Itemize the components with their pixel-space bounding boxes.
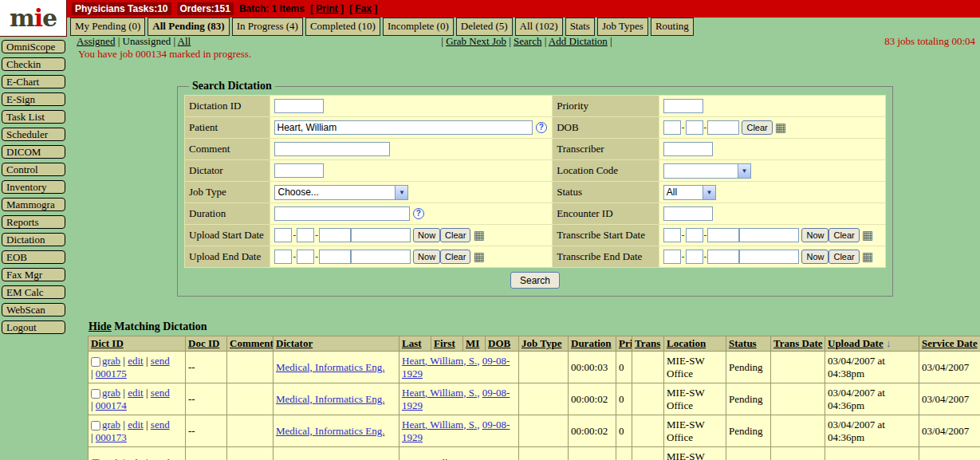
- duration-input[interactable]: [274, 206, 410, 221]
- dict-id-link[interactable]: 000174: [96, 399, 127, 411]
- tab-my-pending[interactable]: My Pending (0): [70, 18, 145, 36]
- sort-icon[interactable]: ↓: [886, 337, 891, 349]
- dictator-link[interactable]: Medical, Informatics Eng.: [276, 393, 384, 405]
- transcribe-end-time-input[interactable]: [739, 250, 799, 264]
- tab-routing[interactable]: Routing: [651, 18, 694, 36]
- col-status[interactable]: Status: [729, 337, 757, 349]
- grab-next-job-link[interactable]: Grab Next Job: [446, 35, 506, 47]
- col-upload-date[interactable]: Upload Date: [828, 337, 884, 349]
- tab-completed[interactable]: Completed (10): [305, 18, 380, 36]
- sidebar-item-fax-mgr[interactable]: Fax Mgr: [2, 268, 65, 281]
- upload-end-time-input[interactable]: [351, 250, 411, 264]
- upload-start-now-button[interactable]: Now: [413, 228, 440, 242]
- sidebar-item-dicom[interactable]: DICOM: [2, 145, 65, 159]
- sidebar-item-eob[interactable]: EOB: [2, 250, 65, 264]
- sidebar-item-e-chart[interactable]: E-Chart: [2, 75, 65, 88]
- job-type-select[interactable]: Choose...▼: [274, 185, 408, 200]
- edit-link[interactable]: edit: [128, 355, 144, 367]
- tab-stats[interactable]: Stats: [565, 18, 595, 36]
- dictator-input[interactable]: [274, 163, 324, 178]
- dictation-id-input[interactable]: [274, 99, 324, 113]
- calendar-icon[interactable]: ▦: [862, 251, 873, 262]
- upload-start-clear-button[interactable]: Clear: [440, 228, 470, 242]
- grab-link[interactable]: grab: [102, 387, 120, 399]
- dictator-link[interactable]: Medical, Informatics Eng.: [276, 361, 384, 373]
- tab-incomplete[interactable]: Incomplete (0): [383, 18, 454, 36]
- dict-id-link[interactable]: 000173: [96, 431, 127, 443]
- upload-end-day-input[interactable]: [297, 250, 314, 264]
- upload-start-time-input[interactable]: [351, 228, 411, 242]
- unassigned-current[interactable]: Unassigned: [123, 35, 171, 47]
- send-link[interactable]: send: [151, 457, 170, 460]
- sidebar-item-omniscope[interactable]: OmniScope: [2, 40, 65, 53]
- calendar-icon[interactable]: ▦: [474, 230, 485, 241]
- hide-link[interactable]: Hide: [89, 320, 112, 332]
- tab-all[interactable]: All (102): [515, 18, 563, 36]
- edit-link[interactable]: edit: [128, 457, 144, 460]
- send-link[interactable]: send: [151, 387, 170, 399]
- sidebar-item-checkin[interactable]: Checkin: [2, 57, 65, 71]
- sidebar-item-webscan[interactable]: WebScan: [2, 303, 65, 316]
- col-location[interactable]: Location: [667, 337, 706, 349]
- search-link[interactable]: Search: [514, 35, 541, 47]
- grab-link[interactable]: grab: [102, 419, 120, 431]
- status-select[interactable]: All▼: [663, 185, 716, 200]
- help-icon[interactable]: ?: [536, 122, 547, 133]
- tab-all-pending[interactable]: All Pending (83): [148, 18, 229, 36]
- dob-clear-button[interactable]: Clear: [742, 120, 772, 135]
- grab-link[interactable]: grab: [102, 457, 120, 460]
- sidebar-item-dictation[interactable]: Dictation: [2, 233, 65, 246]
- transcribe-end-year-input[interactable]: [707, 250, 739, 264]
- col-service-date[interactable]: Service Date: [922, 337, 978, 349]
- upload-start-month-input[interactable]: [274, 228, 292, 242]
- row-select-checkbox[interactable]: [91, 421, 100, 431]
- assigned-link[interactable]: Assigned: [77, 35, 115, 47]
- col-comment[interactable]: Comment: [230, 337, 274, 349]
- upload-end-now-button[interactable]: Now: [413, 250, 440, 264]
- transcribe-end-now-button[interactable]: Now: [801, 250, 828, 264]
- patient-input[interactable]: [274, 120, 533, 135]
- tab-in-progress[interactable]: In Progress (4): [232, 18, 303, 36]
- calendar-icon[interactable]: ▦: [862, 230, 873, 241]
- col-last[interactable]: Last: [402, 337, 422, 349]
- sidebar-item-task-list[interactable]: Task List: [2, 110, 65, 124]
- col-mi[interactable]: MI: [466, 337, 479, 349]
- transcribe-end-clear-button[interactable]: Clear: [828, 250, 859, 264]
- transcribe-start-now-button[interactable]: Now: [801, 228, 828, 242]
- col-trans-date[interactable]: Trans Date: [773, 337, 823, 349]
- upload-end-month-input[interactable]: [274, 250, 292, 264]
- edit-link[interactable]: edit: [128, 419, 144, 431]
- transcribe-start-day-input[interactable]: [686, 228, 703, 242]
- location-code-select[interactable]: ▼: [663, 163, 751, 179]
- transcribe-end-day-input[interactable]: [686, 250, 703, 264]
- col-pri[interactable]: Pri: [619, 337, 632, 349]
- tab-job-types[interactable]: Job Types: [597, 18, 648, 36]
- send-link[interactable]: send: [151, 355, 170, 367]
- col-dict-id[interactable]: Dict ID: [91, 337, 124, 349]
- col-dob[interactable]: DOB: [488, 337, 510, 349]
- fax-link[interactable]: Fax: [355, 3, 372, 14]
- dob-year-input[interactable]: [707, 120, 739, 135]
- upload-end-year-input[interactable]: [319, 250, 351, 264]
- transcribe-end-month-input[interactable]: [663, 250, 681, 264]
- sidebar-item-e-sign[interactable]: E-Sign: [2, 92, 65, 106]
- patient-link[interactable]: Heart, William, S.,: [402, 419, 479, 431]
- orders-badge[interactable]: Orders:151: [177, 2, 234, 15]
- tab-deleted[interactable]: Deleted (5): [456, 18, 513, 36]
- col-job-type[interactable]: Job Type: [521, 337, 561, 349]
- col-dictator[interactable]: Dictator: [276, 337, 313, 349]
- patient-link[interactable]: Heart, William, S.,: [402, 387, 479, 399]
- transcriber-input[interactable]: [663, 142, 713, 156]
- patient-link[interactable]: Heart, William, S.,: [402, 355, 479, 367]
- app-logo[interactable]: mie: [0, 0, 67, 37]
- send-link[interactable]: send: [151, 419, 170, 431]
- upload-end-clear-button[interactable]: Clear: [440, 250, 470, 264]
- help-icon[interactable]: ?: [413, 208, 424, 219]
- search-button[interactable]: Search: [510, 272, 560, 289]
- transcribe-start-time-input[interactable]: [739, 228, 799, 242]
- upload-start-day-input[interactable]: [297, 228, 314, 242]
- sidebar-item-scheduler[interactable]: Scheduler: [2, 128, 65, 141]
- col-duration[interactable]: Duration: [571, 337, 612, 349]
- calendar-icon[interactable]: ▦: [474, 251, 485, 262]
- upload-start-year-input[interactable]: [319, 228, 351, 242]
